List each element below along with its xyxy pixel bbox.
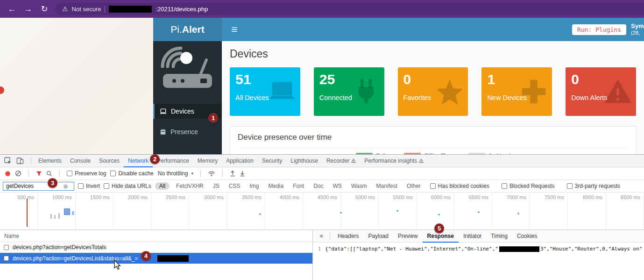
card-connected[interactable]: 25 Connected: [314, 67, 384, 116]
filter-type-other[interactable]: Other: [404, 182, 424, 190]
timeline-label: 7000 ms: [491, 194, 526, 200]
request-checkbox[interactable]: [4, 245, 9, 250]
checkbox[interactable]: [502, 183, 507, 189]
filter-type-ws[interactable]: WS: [330, 182, 345, 190]
card-down-alerts[interactable]: 0 Down Alerts: [566, 67, 636, 116]
forward-button[interactable]: →: [23, 4, 33, 14]
device-toolbar-icon[interactable]: [16, 157, 24, 165]
annotation-badge-4: 4: [141, 251, 151, 261]
sidebar-item-presence[interactable]: Presence: [153, 124, 222, 139]
filter-type-manifest[interactable]: Manifest: [373, 182, 400, 190]
filter-type-js[interactable]: JS: [210, 182, 222, 190]
app-logo[interactable]: Pi.Alert: [153, 18, 222, 41]
has-blocked-cookies-checkbox[interactable]: Has blocked cookies: [430, 183, 489, 189]
filter-type-wasm[interactable]: Wasm: [348, 182, 370, 190]
checkbox[interactable]: [567, 183, 573, 189]
separator: [28, 170, 29, 177]
devtools-tab-application[interactable]: Application: [222, 155, 258, 167]
filter-type-css[interactable]: CSS: [226, 182, 243, 190]
card-all-devices[interactable]: 51 All Devices: [230, 67, 300, 116]
main-content: Devices 51 All Devices 25 Connected 0: [222, 41, 644, 154]
preserve-log-checkbox[interactable]: Preserve log: [67, 170, 106, 177]
timeline-label: 8500 ms: [605, 194, 640, 200]
waterfall-dot: [396, 210, 398, 212]
devtools-tab-network[interactable]: Network: [124, 155, 153, 167]
pialert-router-image: [159, 46, 216, 98]
laptop-icon: [160, 108, 167, 115]
export-har-icon[interactable]: [240, 170, 245, 177]
clear-filter-icon[interactable]: ⊗: [63, 183, 68, 190]
throttling-select[interactable]: No throttling▾: [158, 170, 193, 177]
request-name: devices.php?action=getDevicesTotals: [13, 244, 106, 251]
devtools-tab-performance-insights[interactable]: Performance insights: [360, 155, 428, 167]
hide-data-urls-checkbox[interactable]: Hide data URLs: [104, 183, 151, 189]
request-row-selected[interactable]: devices.php?action=getDevicesList&status…: [0, 253, 312, 264]
request-checkbox[interactable]: [4, 256, 9, 261]
detail-tab-cookies[interactable]: Cookies: [512, 230, 542, 243]
card-new-devices[interactable]: 1 New Devices: [481, 67, 552, 116]
filter-type-font[interactable]: Font: [290, 182, 307, 190]
clear-button[interactable]: [15, 170, 21, 177]
timeline-label: 500 ms: [0, 194, 34, 200]
import-har-icon[interactable]: [230, 170, 235, 177]
filter-type-img[interactable]: Img: [247, 182, 262, 190]
filter-toggle-icon[interactable]: [36, 171, 42, 177]
devtools-tab-memory[interactable]: Memory: [193, 155, 222, 167]
filter-type-media[interactable]: Media: [265, 182, 286, 190]
chart-header: Device presence over time: [238, 133, 628, 148]
filter-input-box[interactable]: ⊗: [3, 182, 74, 191]
checkbox-label: Preserve log: [75, 170, 106, 177]
card-favorites[interactable]: 0 Favorites: [398, 67, 468, 116]
checkbox[interactable]: [78, 183, 84, 189]
devtools-tab-sources[interactable]: Sources: [95, 155, 124, 167]
logo-bold: Alert: [182, 24, 205, 35]
menu-toggle-icon[interactable]: ≡: [227, 23, 241, 36]
detail-tab-timing[interactable]: Timing: [486, 230, 512, 243]
network-conditions-icon[interactable]: [208, 171, 215, 177]
detail-tab-headers[interactable]: Headers: [333, 230, 363, 243]
third-party-requests-checkbox[interactable]: 3rd-party requests: [567, 183, 620, 189]
filter-type-fetch-xhr[interactable]: Fetch/XHR: [173, 182, 206, 190]
devtools-tab-lighthouse[interactable]: Lighthouse: [286, 155, 322, 167]
checkbox[interactable]: [67, 171, 72, 176]
checkbox-label: Invert: [86, 183, 100, 189]
reload-button[interactable]: ↻: [40, 4, 49, 14]
checkbox[interactable]: [104, 183, 109, 189]
devtools-tab-recorder[interactable]: Recorder: [322, 155, 360, 167]
plug-icon: [352, 77, 381, 106]
invert-checkbox[interactable]: Invert: [78, 183, 100, 189]
close-icon[interactable]: ×: [316, 232, 327, 240]
run-plugins-button[interactable]: Run: Plugins: [572, 24, 626, 35]
page-background: [0, 18, 153, 154]
record-button[interactable]: [5, 171, 11, 177]
checkbox[interactable]: [430, 183, 436, 189]
filter-type-all[interactable]: All: [155, 182, 170, 190]
devtools-tab-console[interactable]: Console: [66, 155, 95, 167]
blocked-requests-checkbox[interactable]: Blocked Requests: [502, 183, 555, 189]
timeline-label: 3000 ms: [188, 194, 224, 200]
request-row[interactable]: devices.php?action=getDevicesTotals: [0, 242, 312, 253]
waterfall-bar: [54, 215, 56, 219]
detail-tab-initiator[interactable]: Initiator: [459, 230, 486, 243]
waterfall-dot: [517, 213, 519, 215]
back-button[interactable]: ←: [7, 4, 16, 14]
sidebar-item-label: Devices: [171, 108, 194, 115]
response-content[interactable]: 1 {"data":[["laptop","Net - Huawei","Int…: [313, 243, 644, 280]
logo-prefix: Pi.: [170, 24, 182, 35]
timeline-label: 4500 ms: [302, 194, 337, 200]
request-list-header[interactable]: Name: [0, 230, 312, 242]
search-icon[interactable]: [46, 171, 52, 177]
network-overview-timeline[interactable]: 500 ms 1000 ms 1500 ms 2000 ms 2500 ms 3…: [0, 193, 644, 230]
checkbox[interactable]: [110, 171, 116, 176]
address-bar[interactable]: ⚠ Not secure :20211/devices.php: [56, 3, 644, 15]
plus-icon: [519, 77, 548, 106]
inspect-element-icon[interactable]: [4, 157, 12, 165]
devtools-tab-security[interactable]: Security: [258, 155, 286, 167]
detail-tab-payload[interactable]: Payload: [364, 230, 393, 243]
experiment-icon: [419, 158, 424, 163]
filter-type-doc[interactable]: Doc: [311, 182, 326, 190]
detail-tab-preview[interactable]: Preview: [393, 230, 423, 243]
selected-request-marker: [64, 208, 70, 215]
disable-cache-checkbox[interactable]: Disable cache: [110, 170, 153, 177]
devtools-tab-elements[interactable]: Elements: [34, 155, 66, 167]
